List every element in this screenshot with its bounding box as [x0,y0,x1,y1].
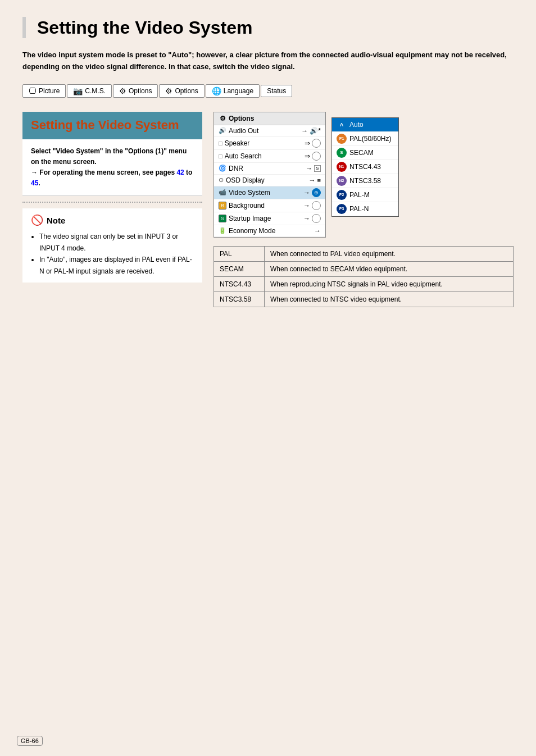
tab-options2[interactable]: ⚙ Options [159,84,204,98]
economy-arrow: → [314,227,321,235]
audio-out-icon: 🔊 [219,127,226,134]
speaker-label: Speaker [225,139,250,147]
options1-icon: ⚙ [119,86,126,95]
note-list: The video signal can only be set in INPU… [31,231,194,277]
submenu-label-ntsc443: NTSC4.43 [349,163,381,171]
submenu-label-secam: SECAM [349,149,374,157]
tab-cms[interactable]: 📷 C.M.S. [67,84,112,98]
table-row-pal: PAL When connected to PAL video equipmen… [214,246,514,261]
menu-row-video-system[interactable]: 📹 Video System → ⊕ [214,186,325,199]
badge-pal50: P1 [337,134,347,144]
badge-paln: P3 [337,204,347,214]
badge-ntsc443: N1 [337,162,347,172]
submenu-label-ntsc358: NTSC3.58 [349,177,381,185]
osd-value: ≡ [317,177,321,184]
tab-language-label: Language [224,87,253,95]
info-label-ntsc358: NTSC3.58 [214,292,265,307]
picture-icon: 🖵 [29,86,37,95]
submenu-label-paln: PAL-N [349,205,369,213]
background-label: Background [229,202,265,210]
osd-arrow: → [309,176,316,184]
menu-row-osd[interactable]: ⊙ OSD Display → ≡ [214,175,325,186]
options-menu-icon: ⚙ [220,115,226,122]
page-footer: GB-66 [17,737,43,745]
dotted-divider [22,202,202,203]
auto-search-icon: □ [219,153,222,160]
video-system-arrow: → [303,189,310,197]
submenu-box: A Auto P1 PAL(50/60Hz) S SECAM N1 NTSC4.… [331,117,399,217]
submenu-item-secam[interactable]: S SECAM [332,146,398,160]
startup-label: Startup Image [229,215,271,222]
note-icon: 🚫 [31,214,43,226]
tab-picture[interactable]: 🖵 Picture [22,84,66,98]
badge-auto: A [337,120,347,130]
tab-status[interactable]: Status [261,85,292,97]
options-menu-box: ⚙ Options 🔊 Audio Out → 🔊* [214,112,326,238]
dnr-label: DNR [229,165,243,172]
footer-badge: GB-66 [17,736,43,746]
tab-options1[interactable]: ⚙ Options [113,84,158,98]
table-row-secam: SECAM When connected to SECAM video equi… [214,261,514,276]
startup-icon: S [219,215,226,222]
instructions-line2: → For operating the menu screen, see pag… [31,168,192,187]
osd-label: OSD Display [226,176,265,184]
submenu-label-palm: PAL-M [349,191,370,199]
main-content: Setting the Video System Select "Video S… [22,112,514,307]
options-menu-title: Options [229,115,254,122]
speaker-arrow: ⇒ [305,139,310,147]
auto-search-arrow: ⇒ [305,152,310,160]
tab-language[interactable]: 🌐 Language [206,84,260,98]
info-label-ntsc443: NTSC4.43 [214,276,265,292]
instructions: Select "Video System" in the "Options (1… [22,139,202,197]
tab-bar: 🖵 Picture 📷 C.M.S. ⚙ Options ⚙ Options 🌐… [22,84,514,98]
submenu-item-paln[interactable]: P3 PAL-N [332,202,398,216]
info-label-secam: SECAM [214,261,265,276]
video-system-value: ⊕ [312,188,321,197]
submenu-item-ntsc443[interactable]: N1 NTSC4.43 [332,160,398,174]
submenu-item-auto[interactable]: A Auto [332,118,398,132]
background-icon: B [219,202,226,210]
auto-search-value [312,152,321,161]
dnr-value: S [314,165,321,172]
menu-row-dnr[interactable]: 🌀 DNR → S [214,163,325,175]
startup-value [312,214,321,223]
link-42[interactable]: 42 [176,168,184,176]
submenu-item-ntsc358[interactable]: N2 NTSC3.58 [332,174,398,188]
info-desc-ntsc358: When connected to NTSC video equipment. [265,292,514,307]
tab-picture-label: Picture [39,87,60,95]
badge-palm: P2 [337,190,347,200]
table-row-ntsc443: NTSC4.43 When reproducing NTSC signals i… [214,276,514,292]
link-45[interactable]: 45 [31,179,38,187]
left-panel: Setting the Video System Select "Video S… [22,112,202,307]
menu-row-speaker[interactable]: □ Speaker ⇒ [214,137,325,150]
menu-row-auto-search[interactable]: □ Auto Search ⇒ [214,150,325,163]
instructions-line1: Select "Video System" in the "Options (1… [31,147,187,166]
table-row-ntsc358: NTSC3.58 When connected to NTSC video eq… [214,292,514,307]
menu-row-economy[interactable]: 🔋 Economy Mode → [214,225,325,237]
auto-search-label: Auto Search [225,152,262,160]
osd-icon: ⊙ [219,176,224,184]
startup-arrow: → [303,215,310,222]
menu-row-startup[interactable]: S Startup Image → [214,212,325,225]
intro-text: The video input system mode is preset to… [22,49,514,73]
submenu-item-palm[interactable]: P2 PAL-M [332,188,398,202]
right-panel: ⚙ Options 🔊 Audio Out → 🔊* [214,112,514,307]
background-value [312,201,321,210]
submenu-item-pal50[interactable]: P1 PAL(50/60Hz) [332,132,398,146]
note-section: 🚫 Note The video signal can only be set … [22,208,202,283]
audio-out-value: 🔊* [310,127,321,135]
background-arrow: → [303,202,310,210]
video-system-label: Video System [229,189,270,197]
menu-row-audio-out[interactable]: 🔊 Audio Out → 🔊* [214,125,325,137]
note-label: Note [47,216,65,225]
tab-options1-label: Options [129,87,152,95]
info-table: PAL When connected to PAL video equipmen… [214,246,514,307]
language-icon: 🌐 [212,86,221,95]
menu-box-header: ⚙ Options [214,112,325,125]
menu-row-background[interactable]: B Background → [214,199,325,212]
submenu-label-pal50: PAL(50/60Hz) [349,135,391,143]
info-desc-ntsc443: When reproducing NTSC signals in PAL vid… [265,276,514,292]
info-label-pal: PAL [214,246,265,261]
speaker-value [312,139,321,148]
cms-icon: 📷 [73,86,83,95]
